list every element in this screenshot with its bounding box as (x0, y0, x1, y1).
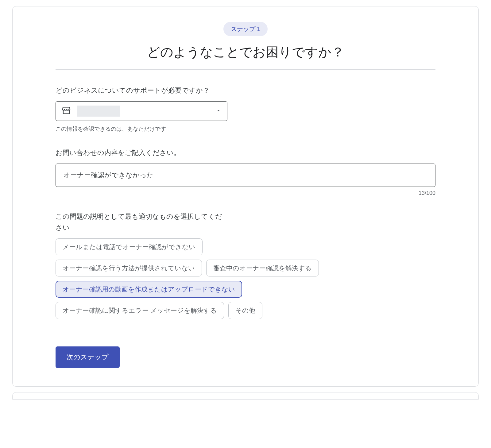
problem-chip-video-upload[interactable]: オーナー確認用の動画を作成またはアップロードできない (56, 281, 242, 298)
business-selected-value (77, 106, 120, 117)
header: ステップ 1 どのようなことでお困りですか？ (56, 22, 435, 61)
inquiry-label: お問い合わせの内容をご記入ください。 (56, 147, 227, 158)
inquiry-section: お問い合わせの内容をご記入ください。 13/100 (56, 147, 435, 196)
problem-chip-no-method[interactable]: オーナー確認を行う方法が提供されていない (56, 260, 202, 276)
business-section: どのビジネスについてのサポートが必要ですか？ この情報を確認できるのは、あなただ… (56, 85, 435, 133)
problem-chip-other[interactable]: その他 (228, 302, 262, 319)
inquiry-input[interactable] (56, 164, 435, 187)
footer-divider (56, 334, 435, 334)
chevron-down-icon (215, 107, 222, 115)
problem-chip-error-message[interactable]: オーナー確認に関するエラー メッセージを解決する (56, 302, 224, 319)
business-select[interactable] (56, 101, 227, 121)
step-badge: ステップ 1 (223, 22, 268, 36)
business-label: どのビジネスについてのサポートが必要ですか？ (56, 85, 227, 96)
page-title: どのようなことでお困りですか？ (56, 44, 435, 61)
problem-label: この問題の説明として最も適切なものを選択してください (56, 211, 227, 233)
next-step-button[interactable]: 次のステップ (56, 346, 120, 368)
business-helper-text: この情報を確認できるのは、あなただけです (56, 125, 435, 133)
header-divider (56, 69, 435, 70)
problem-chip-pending-review[interactable]: 審査中のオーナー確認を解決する (206, 260, 319, 276)
next-card-peek (12, 392, 479, 400)
problem-chips: メールまたは電話でオーナー確認ができない オーナー確認を行う方法が提供されていな… (56, 238, 435, 319)
store-icon (61, 106, 71, 117)
inquiry-char-count: 13/100 (56, 190, 435, 196)
form-card: ステップ 1 どのようなことでお困りですか？ どのビジネスについてのサポートが必… (12, 6, 479, 387)
problem-chip-email-phone[interactable]: メールまたは電話でオーナー確認ができない (56, 238, 203, 255)
inquiry-input-wrapper (56, 164, 435, 187)
problem-section: この問題の説明として最も適切なものを選択してください メールまたは電話でオーナー… (56, 211, 435, 319)
